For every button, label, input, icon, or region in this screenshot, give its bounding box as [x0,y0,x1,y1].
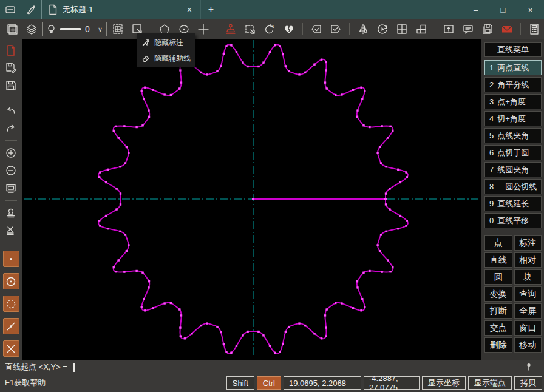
zoom-in-button[interactable] [4,146,18,160]
pin-icon[interactable] [525,362,533,372]
chevron-down-icon: ∨ [98,25,103,33]
grid-table-button[interactable] [109,21,126,37]
heart-button[interactable] [280,21,298,37]
grid-button-line[interactable]: 直线 [484,252,512,268]
menu-item-line-extend[interactable]: 9直线延长 [484,196,542,211]
menu-item-two-point-line[interactable]: 1两点直线 [484,60,542,75]
delete-tool-button[interactable] [3,340,19,357]
export-up-button[interactable] [440,21,457,37]
save-all-button[interactable] [479,21,496,37]
paste-selection-button[interactable] [242,21,259,37]
point-tool-button[interactable] [3,251,19,267]
circle-center-tool-button[interactable] [3,273,19,289]
maximize-button[interactable]: □ [489,0,517,19]
new-tab-button[interactable]: + [200,0,221,19]
fit-view-button[interactable] [4,181,18,195]
rotate-once-icon: 1 [264,23,276,35]
item-label: 点+角度 [497,96,526,107]
save-button[interactable] [4,79,18,92]
relative-coordinates-display: -4.2887, 27.0775 [364,376,420,390]
toolbar-separator [302,23,303,35]
grid-button-relative[interactable]: 相对 [514,252,542,268]
line-node-tool-button[interactable] [3,318,19,334]
drawing-canvas[interactable] [22,39,481,360]
line-style-combobox[interactable]: 0 ∨ [42,22,107,36]
calculator-icon [528,23,540,35]
item-label: 直线延长 [497,198,529,209]
hide-guides-menu-item[interactable]: 隐藏辅助线 [137,50,195,66]
save-edit-button[interactable] [4,61,18,75]
menu-item-point-angle[interactable]: 3点+角度 [484,94,542,109]
item-hotkey: 5 [489,131,494,140]
grid-button-dimension[interactable]: 标注 [514,235,542,251]
grid-button-intersection[interactable]: 交点 [484,320,512,336]
command-input-bar[interactable]: 直线起点 <X,Y> = [0,360,544,374]
grid-button-move[interactable]: 移动 [514,337,542,353]
close-all-icon [5,225,17,237]
grid-button-query[interactable]: 查询 [514,286,542,302]
item-hotkey: 2 [489,80,494,89]
app-menu-button[interactable] [0,0,21,19]
copy-button[interactable]: 拷贝 [514,376,542,390]
rotate-once-button[interactable]: 1 [261,21,278,37]
hide-annotations-menu-item[interactable]: 隐藏标注 [137,35,195,50]
toolbar-separator [520,23,521,35]
stamp-icon [5,207,17,219]
grid-button-break[interactable]: 打断 [484,303,512,319]
tag-check-out-button[interactable] [327,21,344,37]
close-button[interactable]: × [517,0,544,19]
item-label: 两点直线 [497,63,529,73]
grid-button-window[interactable]: 窗口 [514,320,542,336]
plumb-bob-button[interactable] [222,21,239,37]
grid-button-circle[interactable]: 圆 [484,269,512,285]
zoom-out-button[interactable] [4,164,18,177]
menu-item-line-offset[interactable]: 0直线平移 [484,213,542,228]
crosshair-button[interactable] [195,21,212,37]
mail-button[interactable] [498,21,515,37]
menu-item-label: 隐藏标注 [154,38,183,48]
show-coordinates-button[interactable]: 显示坐标 [422,376,466,390]
status-bar: F1获取帮助 Shift Ctrl 19.0695, 2.2068 -4.288… [0,374,544,392]
document-tab[interactable]: 无标题-1 × [41,0,200,19]
layers-button[interactable] [23,21,40,37]
close-all-button[interactable] [4,224,18,237]
grid-button-transform[interactable]: 变换 [484,286,512,302]
menu-item-line-circle-angle[interactable]: 7线圆夹角 [484,162,542,177]
tag-check-in-button[interactable] [308,21,325,37]
shift-toggle-button[interactable]: Shift [226,376,254,390]
new-doc-button[interactable] [4,44,18,57]
comment-button[interactable] [460,21,477,37]
item-label: 点线夹角 [497,130,529,141]
item-hotkey: 0 [489,216,494,225]
show-endpoints-button[interactable]: 显示端点 [468,376,512,390]
left-toolbar-separator [5,98,17,98]
new-window-button[interactable] [4,21,21,37]
new-doc-icon [5,44,16,56]
undo-button[interactable] [4,104,18,117]
layout-blocks-button[interactable] [413,21,430,37]
menu-item-tangent-angle[interactable]: 4切+角度 [484,111,542,126]
line-node-icon [5,320,17,333]
menu-item-point-line-angle[interactable]: 5点线夹角 [484,128,542,143]
grid-2x2-button[interactable] [393,21,410,37]
grid-button-block[interactable]: 块 [514,269,542,285]
grid-button-fullscreen[interactable]: 全屏 [514,303,542,319]
grid-button-point[interactable]: 点 [484,235,512,251]
calculator-button[interactable] [526,21,543,37]
ctrl-toggle-button[interactable]: Ctrl [257,376,281,390]
mirror-button[interactable] [355,21,372,37]
menu-box-icon [4,4,16,16]
stamp-button[interactable] [4,206,18,220]
save-icon [5,79,17,92]
menu-item-common-tangent[interactable]: 8二圆公切线 [484,179,542,194]
tab-close-button[interactable]: × [183,5,195,15]
menu-item-angle-bisector[interactable]: 2角平分线 [484,77,542,92]
grid-button-delete[interactable]: 删除 [484,337,512,353]
minimize-button[interactable]: – [462,0,489,19]
rotate-play-button[interactable] [374,21,391,37]
menu-item-point-tangent-circle[interactable]: 6点切于圆 [484,145,542,160]
titlebar-drag-area [221,0,462,19]
redo-button[interactable] [4,121,18,135]
brush-tool-button[interactable] [21,0,41,19]
dashed-circle-tool-button[interactable] [3,296,19,312]
